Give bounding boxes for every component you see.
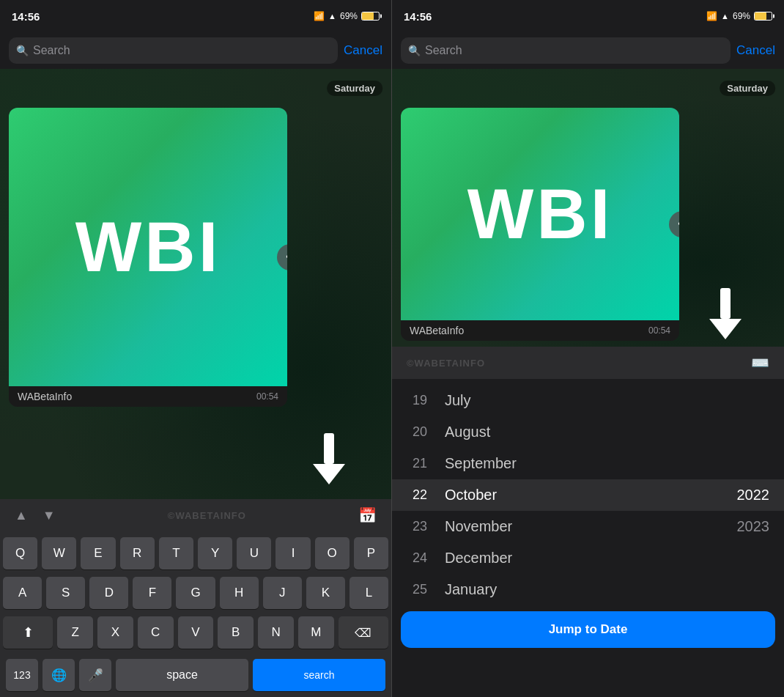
key-p[interactable]: P <box>354 537 388 569</box>
date-row[interactable]: 19 July <box>392 385 784 416</box>
date-row-num: 25 <box>407 582 427 597</box>
key-j[interactable]: J <box>263 577 302 609</box>
status-time-left: 14:56 <box>12 10 40 23</box>
key-t[interactable]: T <box>159 537 193 569</box>
key-s[interactable]: S <box>46 577 85 609</box>
keyboard-row-1: Q W E R T Y U I O P <box>3 537 388 569</box>
toolbar-right-left: 📅 <box>358 506 377 524</box>
wifi-icon-right: 📶 <box>706 11 717 21</box>
day-label-wrap-right: Saturday <box>401 75 775 102</box>
status-icons-right: 📶 ▲ 69% <box>706 11 772 21</box>
bottom-toolbar-right: ©WABETAINFO ⌨️ <box>392 347 784 379</box>
bottom-toolbar-left: ▲ ▼ ©WABETAINFO 📅 <box>0 499 391 531</box>
msg-sender-right: WABetaInfo <box>410 325 464 336</box>
key-q[interactable]: Q <box>3 537 37 569</box>
toolbar-right-panel: ⌨️ <box>751 354 769 372</box>
cancel-button-left[interactable]: Cancel <box>344 43 382 58</box>
keyboard-row-3: ⬆ Z X C V B N M ⌫ <box>3 616 388 649</box>
key-c[interactable]: C <box>138 616 174 649</box>
date-row-year: 2023 <box>737 518 770 535</box>
search-input-left[interactable] <box>33 44 330 57</box>
date-row[interactable]: 24 December <box>392 542 784 574</box>
status-icons-left: 📶 ▲ 69% <box>314 11 380 21</box>
date-row-num: 23 <box>407 519 427 534</box>
search-input-right[interactable] <box>425 44 723 57</box>
key-a[interactable]: A <box>3 577 42 609</box>
date-row[interactable]: 22 October 2022 <box>392 479 784 511</box>
key-g[interactable]: G <box>176 577 215 609</box>
key-search[interactable]: search <box>253 659 385 691</box>
key-m[interactable]: M <box>298 616 334 649</box>
search-input-wrap-left[interactable]: 🔍 <box>9 37 338 64</box>
key-numbers[interactable]: 123 <box>6 659 38 691</box>
battery-percent-left: 69% <box>340 11 358 21</box>
date-row-month: July <box>445 392 752 409</box>
date-row-num: 22 <box>407 487 427 503</box>
date-row-num: 19 <box>407 393 427 408</box>
keyboard-row-2: A S D F G H J K L <box>3 577 388 609</box>
jump-to-date-button[interactable]: Jump to Date <box>401 611 775 648</box>
key-mic[interactable]: 🎤 <box>79 659 111 691</box>
date-row[interactable]: 23 November 2023 <box>392 511 784 542</box>
date-row-month: August <box>445 424 752 440</box>
date-row-year: 2022 <box>737 487 770 504</box>
status-bar-left: 14:56 📶 ▲ 69% <box>0 0 391 32</box>
key-globe[interactable]: 🌐 <box>42 659 75 691</box>
key-delete[interactable]: ⌫ <box>339 616 388 649</box>
cancel-button-right[interactable]: Cancel <box>736 43 775 58</box>
battery-fill-right <box>755 12 766 20</box>
prev-result-button[interactable]: ▲ <box>15 508 28 523</box>
key-y[interactable]: Y <box>198 537 232 569</box>
key-u[interactable]: U <box>237 537 271 569</box>
toolbar-arrows-left: ▲ ▼ <box>15 508 56 523</box>
key-w[interactable]: W <box>42 537 76 569</box>
search-input-wrap-right[interactable]: 🔍 <box>401 37 731 64</box>
msg-time-left: 00:54 <box>256 391 278 402</box>
date-picker-area: 19 July 20 August 21 September 22 Octobe… <box>392 379 784 697</box>
key-space[interactable]: space <box>116 659 248 691</box>
wbi-logo-right: WBI <box>467 174 613 254</box>
msg-time-right: 00:54 <box>648 325 670 336</box>
keyboard: Q W E R T Y U I O P A S D F G H J K L ⬆ … <box>0 531 391 697</box>
date-row-num: 24 <box>407 550 427 566</box>
key-k[interactable]: K <box>306 577 345 609</box>
signal-icon-right: ▲ <box>721 12 729 21</box>
scroll-arrow-right <box>707 288 744 339</box>
keyboard-icon[interactable]: ⌨️ <box>751 354 769 372</box>
date-row-month: December <box>445 550 752 567</box>
right-panel: 14:56 📶 ▲ 69% 🔍 Cancel Saturday WBI <box>392 0 784 697</box>
date-row[interactable]: 20 August <box>392 416 784 448</box>
arrow-head-left <box>313 464 345 484</box>
key-b[interactable]: B <box>218 616 254 649</box>
date-row[interactable]: 21 September <box>392 448 784 479</box>
search-icon-right: 🔍 <box>408 45 421 56</box>
key-r[interactable]: R <box>120 537 155 569</box>
key-i[interactable]: I <box>275 537 310 569</box>
wbi-logo-left: WBI <box>75 207 221 287</box>
date-row[interactable]: 25 January <box>392 574 784 605</box>
battery-fill-left <box>362 12 374 20</box>
date-row-month: November <box>445 518 720 535</box>
down-arrow-right <box>707 288 744 339</box>
next-result-button[interactable]: ▼ <box>42 508 56 523</box>
chat-area-right: Saturday WBI WABetaInfo 00:54 ↪ <box>392 69 784 347</box>
key-d[interactable]: D <box>89 577 128 609</box>
key-v[interactable]: V <box>178 616 214 649</box>
key-x[interactable]: X <box>97 616 133 649</box>
key-shift[interactable]: ⬆ <box>3 616 53 649</box>
day-label-right: Saturday <box>720 81 775 96</box>
left-panel: 14:56 📶 ▲ 69% 🔍 Cancel Saturday WBI <box>0 0 392 697</box>
chat-area-left: Saturday WBI WABetaInfo 00:54 ↪ <box>0 69 391 499</box>
wbi-card-left: WBI <box>9 108 287 386</box>
key-n[interactable]: N <box>258 616 294 649</box>
key-o[interactable]: O <box>315 537 350 569</box>
key-f[interactable]: F <box>133 577 171 609</box>
key-z[interactable]: Z <box>57 616 93 649</box>
key-l[interactable]: L <box>350 577 388 609</box>
date-row-num: 21 <box>407 456 427 471</box>
calendar-search-icon[interactable]: 📅 <box>358 506 377 524</box>
key-h[interactable]: H <box>220 577 259 609</box>
battery-icon-left <box>361 12 380 21</box>
key-e[interactable]: E <box>81 537 115 569</box>
keyboard-bottom-row: 123 🌐 🎤 space search <box>3 656 388 694</box>
